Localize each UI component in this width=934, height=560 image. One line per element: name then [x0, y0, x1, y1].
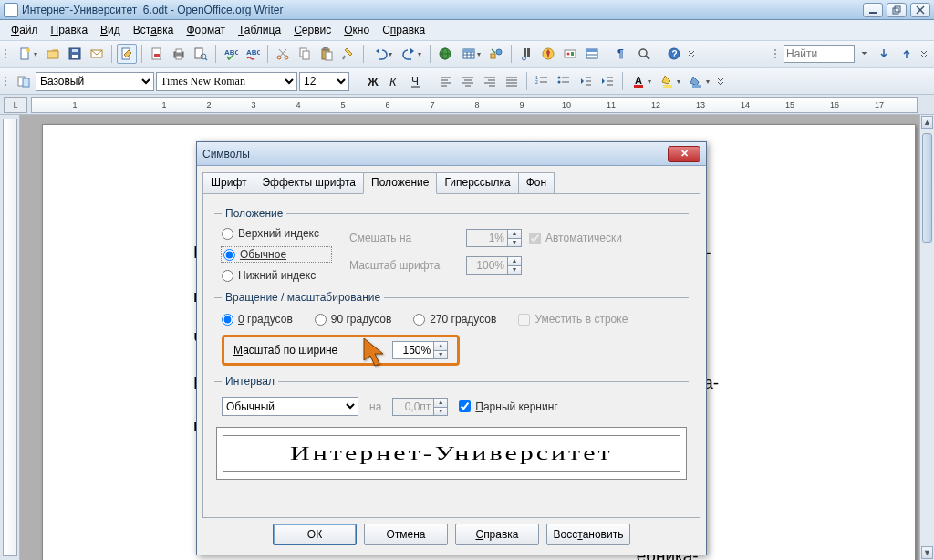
bg-color-button[interactable] — [686, 71, 713, 91]
new-doc-button[interactable] — [14, 44, 41, 64]
navigator-button[interactable] — [538, 44, 558, 64]
font-name-select[interactable]: Times New Roman — [156, 72, 297, 91]
format-paintbrush-button[interactable] — [338, 44, 358, 64]
toolbar-overflow-icon[interactable] — [686, 44, 697, 64]
help-button[interactable]: ? — [664, 44, 684, 64]
styles-button[interactable] — [14, 71, 34, 91]
dialog-titlebar[interactable]: Символы ✕ — [197, 142, 706, 166]
label-width-scale: Масштаб по ширине — [234, 344, 337, 357]
radio-270deg[interactable]: 270 градусов — [413, 313, 496, 326]
menu-справка[interactable]: Справка — [377, 22, 431, 38]
vertical-scrollbar[interactable]: ▲ ▼ — [919, 115, 934, 560]
nonprinting-button[interactable]: ¶ — [612, 44, 632, 64]
gallery-button[interactable] — [560, 44, 580, 64]
align-left-button[interactable] — [436, 71, 456, 91]
font-size-select[interactable]: 12 — [299, 72, 349, 91]
cut-button[interactable] — [273, 44, 293, 64]
radio-superscript[interactable]: Верхний индекс — [222, 227, 331, 240]
menu-вид[interactable]: Вид — [95, 22, 126, 38]
radio-normal[interactable]: Обычное — [222, 247, 331, 262]
menu-таблица[interactable]: Таблица — [233, 22, 286, 38]
window-title: Интернет-Университет_6.odt - OpenOffice.… — [22, 4, 863, 16]
spellcheck-button[interactable]: ABC — [221, 44, 241, 64]
font-color-button[interactable]: A — [628, 71, 655, 91]
outdent-button[interactable] — [576, 71, 596, 91]
select-spacing[interactable]: Обычный — [222, 397, 358, 416]
horizontal-ruler[interactable]: 1123456789101112131415161718 — [31, 97, 918, 113]
align-justify-button[interactable] — [502, 71, 522, 91]
print-preview-button[interactable] — [191, 44, 211, 64]
close-button[interactable] — [910, 3, 930, 17]
export-pdf-button[interactable] — [147, 44, 167, 64]
tab-4[interactable]: Фон — [518, 172, 555, 194]
auto-spellcheck-button[interactable]: ABC — [243, 44, 263, 64]
scroll-up-icon[interactable]: ▲ — [921, 116, 933, 129]
italic-button[interactable]: К — [384, 71, 404, 91]
spinner-by: ▲▼ — [392, 398, 448, 416]
email-button[interactable] — [87, 44, 107, 64]
numbering-button[interactable]: 12 — [532, 71, 552, 91]
indent-button[interactable] — [597, 71, 617, 91]
tab-1[interactable]: Эффекты шрифта — [254, 172, 364, 194]
highlight-button[interactable] — [657, 71, 684, 91]
scroll-thumb[interactable] — [922, 133, 932, 243]
paste-button[interactable] — [317, 44, 337, 64]
print-button[interactable] — [169, 44, 189, 64]
zoom-button[interactable] — [634, 44, 654, 64]
dialog-close-button[interactable]: ✕ — [668, 146, 700, 162]
ok-button[interactable]: ОК — [273, 524, 357, 545]
reset-button[interactable]: Восстановить — [546, 524, 630, 545]
menu-вставка[interactable]: Вставка — [128, 22, 180, 38]
toolbar-handle[interactable] — [5, 71, 10, 91]
spinner-width-scale[interactable]: ▲▼ — [392, 341, 448, 359]
find-input[interactable] — [784, 45, 855, 63]
restore-button[interactable] — [887, 3, 907, 17]
menu-сервис[interactable]: Сервис — [288, 22, 337, 38]
copy-button[interactable] — [295, 44, 315, 64]
menu-формат[interactable]: Формат — [181, 22, 231, 38]
bold-button[interactable]: Ж — [362, 71, 382, 91]
scroll-down-icon[interactable]: ▼ — [921, 546, 933, 559]
hyperlink-button[interactable] — [435, 44, 455, 64]
find-dropdown-icon[interactable] — [857, 44, 871, 64]
save-button[interactable] — [65, 44, 85, 64]
radio-90deg[interactable]: 90 градусов — [315, 313, 391, 326]
tab-0[interactable]: Шрифт — [202, 172, 254, 194]
datasources-button[interactable] — [582, 44, 602, 64]
align-center-button[interactable] — [458, 71, 478, 91]
edit-doc-button[interactable] — [117, 44, 137, 64]
toolbar-handle[interactable] — [5, 44, 10, 64]
toolbar-overflow-icon[interactable] — [715, 71, 726, 91]
toolbar-overflow-icon[interactable] — [918, 44, 929, 64]
toolbar-handle[interactable] — [774, 44, 780, 64]
menu-окно[interactable]: Окно — [338, 22, 375, 38]
menu-правка[interactable]: Правка — [46, 22, 94, 38]
find-next-button[interactable] — [874, 44, 894, 64]
underline-button[interactable]: Ч — [406, 71, 426, 91]
checkbox-pair-kerning[interactable]: Парный кернинг — [459, 400, 557, 413]
undo-button[interactable] — [368, 44, 396, 64]
vertical-ruler[interactable] — [0, 115, 20, 560]
group-spacing: Интервал Обычный на ▲▼ Парный кернинг — [214, 375, 689, 418]
tab-2[interactable]: Положение — [363, 172, 437, 194]
cancel-button[interactable]: Отмена — [364, 524, 448, 545]
label-font-scale: Масштаб шрифта — [349, 259, 459, 272]
menu-файл[interactable]: Файл — [5, 22, 44, 38]
radio-0deg[interactable]: 0 градусов — [222, 313, 293, 326]
table-button[interactable] — [457, 44, 484, 64]
open-button[interactable] — [43, 44, 63, 64]
tab-3[interactable]: Гиперссылка — [436, 172, 518, 194]
show-draw-button[interactable] — [486, 44, 506, 64]
bullets-button[interactable] — [554, 71, 574, 91]
paragraph-style-select[interactable]: Базовый — [36, 72, 154, 91]
redo-button[interactable] — [398, 44, 425, 64]
svg-text:ABC: ABC — [246, 48, 260, 57]
minimize-button[interactable] — [863, 3, 883, 17]
help-button[interactable]: Справка — [455, 524, 539, 545]
find-prev-button[interactable] — [897, 44, 917, 64]
align-right-button[interactable] — [480, 71, 500, 91]
find-replace-button[interactable] — [516, 44, 536, 64]
menu-bar: ФайлПравкаВидВставкаФорматТаблицаСервисО… — [0, 20, 934, 40]
radio-subscript[interactable]: Нижний индекс — [222, 269, 331, 282]
svg-point-48 — [567, 53, 570, 56]
